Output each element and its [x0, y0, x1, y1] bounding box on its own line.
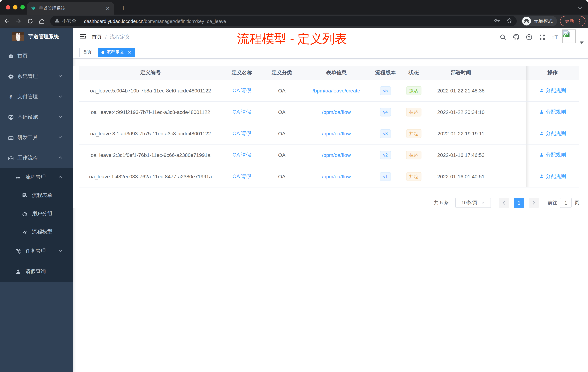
font-size-icon[interactable]: TT — [552, 33, 559, 41]
chrome-update-button[interactable]: 更新 ⋮ — [560, 16, 586, 26]
next-page-button[interactable] — [529, 198, 539, 208]
definition-name-link[interactable]: OA 请假 — [232, 109, 251, 115]
definition-name-link[interactable]: OA 请假 — [232, 152, 251, 158]
zoom-window-button[interactable] — [20, 5, 25, 10]
form-info-link[interactable]: /bpm/oa/flow — [322, 152, 351, 158]
cell-definition-id: oa_leave:5:004b710b-7b8a-11ec-8ef0-acde4… — [79, 80, 222, 101]
cell-definition-name: OA 请假 — [222, 166, 262, 187]
refresh-icon[interactable] — [25, 16, 35, 26]
col-actions: 操作 — [526, 66, 579, 80]
tab-close-icon[interactable]: ✕ — [105, 5, 111, 11]
sidebar-item-process-form[interactable]: 流程表单 — [0, 186, 73, 205]
sidebar-item-label: 基础设施 — [17, 114, 38, 120]
cell-category: OA — [262, 166, 302, 187]
sidebar-item-process-management[interactable]: 流程管理 — [0, 168, 73, 186]
page-size-select[interactable]: 10条/页 — [455, 198, 491, 208]
sidebar-collapse-icon[interactable] — [79, 33, 86, 40]
sidebar-item-devtools[interactable]: 研发工具 — [0, 127, 73, 148]
version-badge: v3 — [380, 129, 391, 138]
github-icon[interactable] — [512, 33, 520, 41]
robot-icon — [22, 211, 28, 217]
sidebar-item-label: 研发工具 — [17, 134, 38, 141]
assign-rule-button[interactable]: 分配规则 — [539, 173, 566, 180]
cell-category: OA — [262, 123, 302, 144]
sidebar-item-system[interactable]: 系统管理 — [0, 66, 73, 87]
fullscreen-icon[interactable] — [538, 33, 546, 41]
forward-icon[interactable] — [14, 16, 23, 26]
goto-label: 前往 — [548, 199, 557, 206]
navbar: 首页 / 流程定义 流程模型 - 定义列表 ? — [73, 28, 588, 46]
close-window-button[interactable] — [6, 5, 10, 10]
form-info-link[interactable]: /bpm/oa/flow — [322, 109, 351, 115]
tag-close-icon[interactable]: ✕ — [128, 50, 131, 55]
tab-search-chevron-icon[interactable] — [578, 5, 582, 12]
svg-text:T: T — [555, 34, 558, 40]
sidebar-item-infrastructure[interactable]: 基础设施 — [0, 107, 73, 127]
cell-category: OA — [262, 101, 302, 123]
yen-icon: ¥ — [8, 94, 14, 100]
col-process-version: 流程版本 — [371, 66, 400, 80]
sidebar-logo-row[interactable]: 芋道管理系统 — [0, 28, 73, 46]
sidebar-item-payment[interactable]: ¥ 支付管理 — [0, 87, 73, 107]
definition-name-link[interactable]: OA 请假 — [232, 173, 251, 179]
sidebar-item-label: 请假查询 — [25, 268, 46, 275]
sidebar-item-home[interactable]: 首页 — [0, 46, 73, 66]
new-tab-button[interactable]: + — [118, 3, 128, 13]
chevron-down-icon — [58, 135, 63, 141]
current-page-button[interactable]: 1 — [514, 198, 524, 208]
bookmark-star-icon[interactable] — [506, 17, 512, 25]
minimize-window-button[interactable] — [13, 5, 17, 10]
select-caret-icon — [481, 201, 485, 205]
status-badge: 挂起 — [406, 151, 421, 159]
sidebar-item-label: 首页 — [17, 53, 28, 59]
assign-rule-button[interactable]: 分配规则 — [539, 152, 566, 158]
browser-tab[interactable]: 芋道管理系统 ✕ — [27, 2, 114, 15]
svg-text:?: ? — [528, 35, 530, 39]
table-row: oa_leave:3:1fad3d93-7b75-11ec-a3c8-acde4… — [79, 123, 579, 144]
search-icon[interactable] — [499, 33, 506, 41]
cell-actions: 分配规则 — [526, 166, 579, 187]
user-avatar-menu[interactable] — [562, 30, 584, 45]
assign-rule-button[interactable]: 分配规则 — [539, 109, 566, 115]
cell-definition-id: oa_leave:4:991f2193-7b7f-11ec-a3c8-acde4… — [79, 101, 222, 123]
breadcrumb-home[interactable]: 首页 — [92, 34, 102, 40]
url-domain[interactable]: dashboard.yudao.iocoder.cn — [84, 18, 143, 24]
back-icon[interactable] — [2, 16, 12, 26]
sidebar-item-user-group[interactable]: 用户分组 — [0, 205, 73, 223]
form-info-link[interactable]: /bpm/oa/leave/create — [313, 88, 360, 94]
assign-rule-button[interactable]: 分配规则 — [539, 130, 566, 137]
sidebar-item-task-management[interactable]: 任务管理 — [0, 241, 73, 261]
tag-home[interactable]: 首页 — [79, 47, 95, 57]
assign-rule-button[interactable]: 分配规则 — [539, 87, 566, 94]
sidebar-item-leave-query[interactable]: 请假查询 — [0, 261, 73, 282]
sidebar-item-label: 流程管理 — [25, 174, 46, 181]
not-secure-warning-icon — [54, 18, 60, 24]
screen: 芋道管理系统 ✕ + 不安全 dashboard.yudao.iocoder.c… — [0, 0, 588, 372]
form-info-link[interactable]: /bpm/oa/flow — [322, 174, 351, 179]
password-key-icon[interactable] — [494, 17, 500, 25]
help-icon[interactable]: ? — [525, 33, 533, 41]
main-area: 首页 / 流程定义 流程模型 - 定义列表 ? — [73, 28, 588, 372]
form-info-link[interactable]: /bpm/oa/flow — [322, 131, 351, 136]
address-bar[interactable]: 不安全 dashboard.yudao.iocoder.cn/bpm/manag… — [50, 16, 517, 26]
goto-page-input[interactable] — [560, 198, 572, 208]
cell-version: v4 — [371, 101, 400, 123]
prev-page-button[interactable] — [499, 198, 509, 208]
chevron-down-icon — [58, 114, 63, 120]
security-label[interactable]: 不安全 — [62, 18, 76, 24]
cell-version: v2 — [371, 144, 400, 166]
sidebar-item-workflow[interactable]: 工作流程 — [0, 148, 73, 168]
browser-menu-dots-icon[interactable]: ⋮ — [577, 18, 582, 24]
update-label: 更新 — [565, 18, 574, 24]
monitor-icon — [8, 114, 14, 120]
sidebar-item-process-model[interactable]: 流程模型 — [0, 223, 73, 241]
url-path[interactable]: /bpm/manager/definition?key=oa_leave — [143, 18, 226, 24]
cell-definition-name: OA 请假 — [222, 123, 262, 144]
sidebar-item-label: 工作流程 — [17, 155, 38, 161]
tag-process-definition[interactable]: 流程定义 ✕ — [98, 47, 135, 57]
table-row: oa_leave:1:482ec033-762a-11ec-8477-a2380… — [79, 166, 579, 187]
definition-name-link[interactable]: OA 请假 — [232, 87, 251, 93]
home-icon[interactable] — [37, 16, 47, 26]
cell-actions: 分配规则 — [526, 144, 579, 166]
definition-name-link[interactable]: OA 请假 — [232, 130, 251, 136]
